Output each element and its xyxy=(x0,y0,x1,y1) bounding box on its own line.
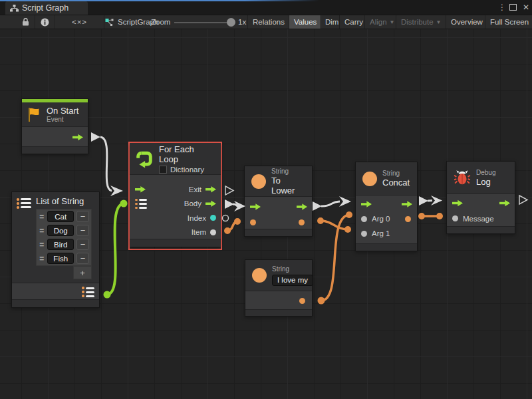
window-menu-icon[interactable]: ⋮ xyxy=(498,3,503,12)
toolbar-button-distribute[interactable]: Distribute▼ xyxy=(396,15,446,29)
list-item-field[interactable]: Dog xyxy=(47,225,74,236)
string-out-port[interactable] xyxy=(299,298,305,304)
flow-out-port[interactable] xyxy=(402,201,412,208)
bug-icon xyxy=(454,169,471,186)
node-footer xyxy=(245,310,312,316)
port-label-arg0: Arg 0 xyxy=(372,215,390,223)
list-item-field[interactable]: Fish xyxy=(47,253,74,264)
list-icon xyxy=(17,198,31,209)
add-item-button[interactable]: + xyxy=(80,268,85,278)
node-title: On Start xyxy=(47,106,78,116)
drag-handle[interactable]: = xyxy=(39,226,45,235)
arg0-in-port[interactable] xyxy=(361,216,367,222)
zoom-slider-handle[interactable] xyxy=(227,18,235,27)
index-out-port[interactable] xyxy=(210,215,216,221)
message-in-port[interactable] xyxy=(452,215,458,221)
flow-in-port[interactable] xyxy=(250,203,261,211)
string-out-port[interactable] xyxy=(405,216,411,222)
node-on-start[interactable]: On Start Event xyxy=(21,98,88,154)
remove-item-button[interactable]: − xyxy=(76,239,89,250)
zoom-label: Zoom xyxy=(151,15,170,29)
toolbar-button-fullscreen[interactable]: Full Screen xyxy=(485,15,532,29)
toolbar-button-carry[interactable]: Carry xyxy=(339,15,368,29)
flow-out-port[interactable] xyxy=(297,203,307,211)
list-item-field[interactable]: Bird xyxy=(47,239,74,250)
list-item-row: = Bird − xyxy=(37,237,91,251)
node-footer xyxy=(245,229,312,236)
tab-title: Script Graph xyxy=(22,3,68,13)
toolbar-button-overview[interactable]: Overview xyxy=(446,15,487,29)
node-for-each-loop[interactable]: For Each Loop Dictionary Exit xyxy=(130,143,221,247)
node-footer xyxy=(12,300,99,307)
port-label-index: Index xyxy=(188,214,206,222)
zoom-value: 1x xyxy=(238,15,246,29)
string-in-port[interactable] xyxy=(250,219,256,225)
flow-in-port[interactable] xyxy=(452,200,463,207)
string-out-port[interactable] xyxy=(299,219,305,225)
node-to-lower[interactable]: String To Lower xyxy=(244,166,313,237)
selection-outline: For Each Loop Dictionary Exit xyxy=(128,142,222,250)
list-add-footer: + xyxy=(73,266,92,279)
port-label-message: Message xyxy=(463,215,494,223)
string-value-field[interactable]: I love my xyxy=(272,275,313,286)
remove-item-button[interactable]: − xyxy=(76,225,89,236)
string-type-icon xyxy=(362,172,377,186)
node-list-of-string[interactable]: List of String = Cat − = Dog − xyxy=(11,192,100,308)
flow-in-port[interactable] xyxy=(135,186,146,193)
lock-button[interactable] xyxy=(17,15,35,29)
node-category: String xyxy=(272,265,313,273)
flow-out-port[interactable] xyxy=(499,200,510,207)
flag-icon xyxy=(27,107,41,122)
exit-flow-out-port[interactable] xyxy=(205,186,216,193)
node-category: Debug xyxy=(476,169,495,177)
graph-hierarchy-icon xyxy=(10,5,19,12)
arg1-in-port[interactable] xyxy=(361,231,367,237)
tab-strip: Script Graph ⋮ ✕ xyxy=(0,0,532,15)
code-view-toggle[interactable]: <×> xyxy=(55,15,104,29)
flow-in-port[interactable] xyxy=(361,201,372,208)
zoom-slider-track[interactable] xyxy=(174,22,233,23)
remove-item-button[interactable]: − xyxy=(76,211,89,222)
node-footer xyxy=(22,147,88,154)
node-string-literal[interactable]: String I love my xyxy=(245,259,313,317)
list-in-port[interactable] xyxy=(135,199,147,209)
node-category: String xyxy=(271,168,305,176)
toolbar-button-align[interactable]: Align▼ xyxy=(364,15,400,29)
chevron-down-icon: ▼ xyxy=(436,19,442,25)
toolbar-button-relations[interactable]: Relations xyxy=(247,15,289,29)
item-out-port[interactable] xyxy=(210,229,216,235)
body-flow-out-port[interactable] xyxy=(205,200,216,207)
dictionary-checkbox[interactable] xyxy=(159,166,167,174)
code-icon: <×> xyxy=(72,18,87,26)
window-close-icon[interactable]: ✕ xyxy=(523,3,529,12)
toolbar-button-values[interactable]: Values xyxy=(289,15,321,29)
drag-handle[interactable]: = xyxy=(39,240,45,249)
window-maximize-icon[interactable] xyxy=(509,4,517,11)
drag-handle[interactable]: = xyxy=(39,254,45,263)
node-subtitle: Event xyxy=(47,116,78,124)
node-concat[interactable]: String Concat Arg 0 Arg 1 xyxy=(355,162,418,251)
list-item-row: = Cat − xyxy=(37,209,91,223)
node-title: Log xyxy=(476,177,495,187)
script-graph-icon xyxy=(105,18,114,27)
inspect-button[interactable] xyxy=(35,15,55,29)
lock-icon xyxy=(22,18,29,26)
tab-script-graph[interactable]: Script Graph xyxy=(5,1,88,15)
drag-handle[interactable]: = xyxy=(39,212,45,221)
node-category: String xyxy=(382,170,410,178)
list-item-row: = Fish − xyxy=(37,251,91,265)
list-editor: = Cat − = Dog − = Bird − xyxy=(36,209,92,266)
checkbox-label: Dictionary xyxy=(170,166,204,174)
string-type-icon xyxy=(251,174,266,189)
node-footer xyxy=(130,239,221,247)
node-footer xyxy=(356,244,417,251)
node-debug-log[interactable]: Debug Log Message xyxy=(446,161,515,234)
node-title: To Lower xyxy=(271,176,305,196)
flow-out-port[interactable] xyxy=(72,134,83,141)
list-out-port[interactable] xyxy=(82,287,94,297)
port-label-item: Item xyxy=(192,228,206,236)
remove-item-button[interactable]: − xyxy=(76,253,89,264)
port-label-body: Body xyxy=(184,200,201,207)
loop-icon xyxy=(135,150,154,168)
list-item-field[interactable]: Cat xyxy=(47,211,74,222)
